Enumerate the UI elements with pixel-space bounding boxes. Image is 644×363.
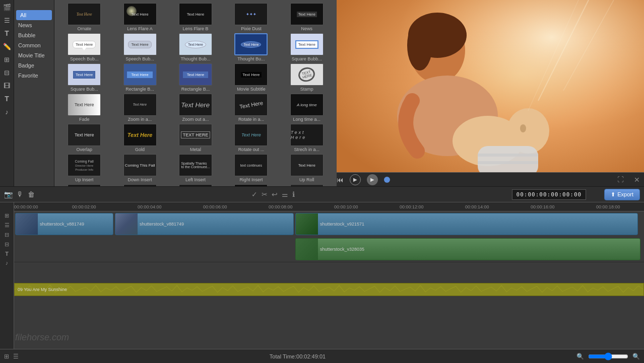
audio-track: 09 You Are My Sunshine <box>14 282 644 297</box>
template-right-insert[interactable]: text continues Right Insert <box>224 154 278 182</box>
ruler-mark-8: 00:00:16:00 <box>531 204 555 209</box>
mic-icon[interactable]: 🎙 <box>17 190 24 198</box>
sidebar-icon-layers[interactable]: ⊞ <box>2 54 12 64</box>
status-icon-1[interactable]: ⊞ <box>4 353 9 360</box>
timeline: ⊞ ☰ ⊟ ⊟ T ♪ 00:00:00:00 00:00:02:00 00:0… <box>0 202 644 349</box>
sidebar-icon-music[interactable]: ♪ <box>2 107 12 117</box>
zoom-out-icon[interactable]: 🔍 <box>576 353 584 360</box>
template-square-bub-1[interactable]: Text Here Square Bubb... <box>280 33 334 61</box>
clip-shutterstock-1[interactable]: shutterstock_v881749 <box>15 213 113 235</box>
category-panel: All News Bubble Common Movie Title Badge… <box>14 0 54 186</box>
audio-clip-sunshine[interactable]: 09 You Are My Sunshine <box>14 283 644 296</box>
total-time-label: Total Time:00:02:49:01 <box>270 353 326 359</box>
status-icon-2[interactable]: ☰ <box>13 353 19 360</box>
zoom-slider[interactable] <box>588 353 628 359</box>
template-movie-subtitle[interactable]: Text Here Movie Subtitle <box>224 63 278 92</box>
svg-rect-11 <box>478 161 538 164</box>
timeline-icon-4[interactable]: ⊟ <box>5 241 9 248</box>
sidebar: 🎬 ☰ T ✏️ ⊞ ⊟ 🎞 T ♪ <box>0 0 14 186</box>
template-down-insert[interactable]: Coming This Fall Down Insert <box>113 154 166 182</box>
template-stamp[interactable]: TEXTHERE Stamp <box>280 63 334 92</box>
template-up-roll[interactable]: Text Here Up Roll <box>280 154 334 182</box>
checkmark-icon[interactable]: ✓ <box>251 190 257 198</box>
category-bubble[interactable]: Bubble <box>14 30 54 40</box>
category-badge[interactable]: Badge <box>14 60 54 70</box>
zoom-in-icon[interactable]: 🔍 <box>632 353 640 360</box>
sidebar-icon-brush[interactable]: ✏️ <box>2 41 12 51</box>
timeline-icon-2[interactable]: ☰ <box>5 222 10 229</box>
export-icon: ⬆ <box>611 191 615 198</box>
template-fade[interactable]: Text Here Fade <box>57 94 111 122</box>
sidebar-icon-title[interactable]: T <box>2 94 12 104</box>
ruler-mark-4: 00:00:08:00 <box>269 204 293 209</box>
toolbar: 📷 🎙 🗑 ✓ ✂ ↩ ⚌ ℹ 00:00:00:00:00:00 ⬆ Expo… <box>0 186 644 202</box>
category-all[interactable]: All <box>16 10 52 20</box>
template-gold[interactable]: Text Here Gold <box>113 124 166 152</box>
timeline-track-icons: ⊞ ☰ ⊟ ⊟ T ♪ <box>0 202 14 349</box>
fullscreen-button[interactable]: ⛶ <box>617 176 624 183</box>
template-lens-flare-b[interactable]: Text Here Lens Flare B <box>169 3 222 31</box>
timecode-display: 00:00:00:00:00:00 <box>512 189 587 200</box>
template-lens-flare-a[interactable]: Text Here Lens Flare A <box>113 3 166 31</box>
template-up-insert[interactable]: Coming Fall Director Here Producer Info … <box>57 154 111 182</box>
clip-shutterstock-3[interactable]: shutterstock_v921571 <box>295 213 638 235</box>
template-overlap[interactable]: Text Here Overlap <box>57 124 111 152</box>
close-preview-button[interactable]: ✕ <box>634 176 640 184</box>
sidebar-icon-film[interactable]: 🎞 <box>2 81 12 91</box>
timeline-ruler: 00:00:00:00 00:00:02:00 00:00:04:00 00:0… <box>14 202 644 211</box>
ruler-mark-0: 00:00:00:00 <box>14 204 38 209</box>
svg-point-4 <box>407 20 432 70</box>
info-icon[interactable]: ℹ <box>292 190 295 198</box>
template-rotate-in[interactable]: Text Here Rotate in a... <box>224 94 278 122</box>
export-button[interactable]: ⬆ Export <box>604 189 640 200</box>
sidebar-icon-list[interactable]: ☰ <box>2 15 12 25</box>
split-icon[interactable]: ⚌ <box>282 190 288 198</box>
timeline-icon-3[interactable]: ⊟ <box>5 232 9 238</box>
trim-icon[interactable]: ✂ <box>262 190 268 198</box>
category-news[interactable]: News <box>14 20 54 30</box>
ruler-mark-9: 00:00:18:00 <box>596 204 620 209</box>
template-ornate[interactable]: Text Here Ornate <box>57 3 111 31</box>
ruler-mark-1: 00:00:02:00 <box>72 204 96 209</box>
timeline-icon-1[interactable]: ⊞ <box>5 212 9 219</box>
video-track-2: shutterstock_v328035 <box>14 237 644 262</box>
ruler-mark-3: 00:00:06:00 <box>203 204 227 209</box>
play-pause-button[interactable]: ▶ <box>350 174 361 185</box>
empty-track-3 <box>14 262 644 277</box>
sidebar-icon-text[interactable]: T <box>2 28 12 38</box>
play-button-filled[interactable]: ▶ <box>367 174 378 185</box>
template-speech-bub-1[interactable]: Text Here Speech Bub... <box>57 33 111 61</box>
timeline-icon-music[interactable]: ♪ <box>6 260 9 266</box>
template-speech-bub-2[interactable]: Text Here Speech Bub... <box>113 33 166 61</box>
trash-icon[interactable]: 🗑 <box>28 190 35 198</box>
template-zoom-in[interactable]: Text Here Zoom in a... <box>113 94 166 122</box>
category-favorite[interactable]: Favorite <box>14 70 54 81</box>
preview-image <box>337 0 644 186</box>
svg-rect-10 <box>478 154 538 157</box>
video-track-1: shutterstock_v881749 shutterstock_v88174… <box>14 211 644 237</box>
template-square-bub-2[interactable]: Text Here Square Bub... <box>57 63 111 92</box>
template-rectangle-b1[interactable]: Text Here Rectangle B... <box>113 63 166 92</box>
sidebar-icon-grid[interactable]: ⊟ <box>2 67 12 78</box>
category-common[interactable]: Common <box>14 40 54 50</box>
template-strech-in[interactable]: Text Here Strech in a... <box>280 124 334 152</box>
template-rotate-out[interactable]: Text Here Rotate out ... <box>224 124 278 152</box>
template-rectangle-b2[interactable]: Text Here Rectangle B... <box>169 63 222 92</box>
template-thought-blu[interactable]: Text Here Thought Bu... <box>224 33 278 61</box>
template-long-time[interactable]: A long time Long time a... <box>280 94 334 122</box>
timeline-icon-t[interactable]: T <box>5 251 9 257</box>
template-thought-bub[interactable]: Text Here Thought Bub... <box>169 33 222 61</box>
camera-icon[interactable]: 📷 <box>4 190 13 198</box>
category-movie-title[interactable]: Movie Title <box>14 50 54 60</box>
sidebar-icon-media[interactable]: 🎬 <box>2 2 12 12</box>
template-news[interactable]: Text Here News <box>280 3 334 31</box>
empty-track-4 <box>14 277 644 282</box>
template-pixie-dust[interactable]: ✦✦✦ Pixie Dust <box>224 3 278 31</box>
rewind-button[interactable]: ⏮ <box>337 176 344 184</box>
clip-shutterstock-2[interactable]: shutterstock_v881749 <box>115 213 294 235</box>
undo-icon[interactable]: ↩ <box>272 190 278 198</box>
template-metal[interactable]: TEXT HERE Metal <box>169 124 222 152</box>
template-left-insert[interactable]: Spatially Thanksto the Continued... Left… <box>169 154 222 182</box>
template-zoom-out[interactable]: Text Here Zoom out a... <box>169 94 222 122</box>
clip-shutterstock-4[interactable]: shutterstock_v328035 <box>295 238 640 260</box>
